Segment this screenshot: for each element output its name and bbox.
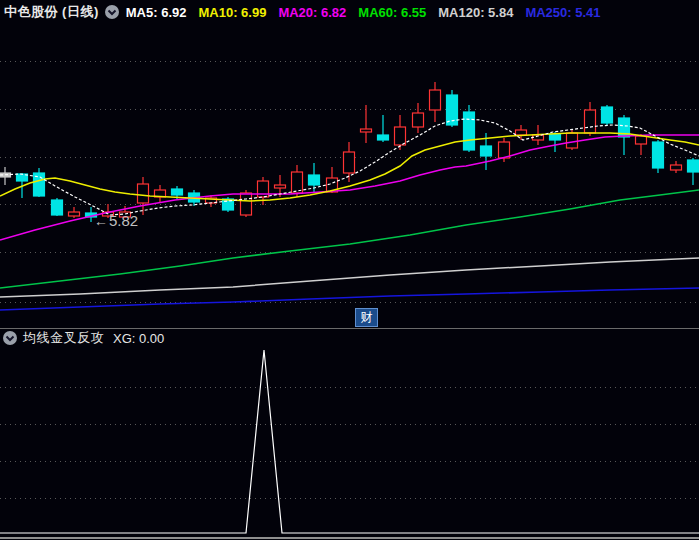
main-chart-header: 中色股份 (日线) MA5: 6.92MA10: 6.99MA20: 6.82M… [4,3,601,21]
chart-canvas[interactable] [0,0,699,540]
stock-title: 中色股份 (日线) [4,3,99,21]
candle-down [52,198,63,216]
financial-report-badge[interactable]: 财 [355,308,378,327]
candle-up [430,82,441,122]
candle-up [155,185,166,203]
candle-down [34,168,45,197]
chevron-down-circle-icon[interactable] [105,5,119,19]
candle-down [688,158,699,185]
indicator-xg-readout: XG: 0.00 [113,331,164,346]
chevron-down-circle-icon[interactable] [3,331,17,345]
candle-up [292,165,303,197]
xg-value: 0.00 [139,331,164,346]
candle-down [378,115,389,142]
ma-legend-ma5: MA5: 6.92 [126,5,187,20]
candles [0,82,699,222]
bottom-resize-bar [0,537,699,539]
ma-legend: MA5: 6.92MA10: 6.99MA20: 6.82MA60: 6.55M… [126,5,601,20]
indicator-panel-header: 均线金叉反攻 XG: 0.00 [3,330,164,346]
candle-up [671,161,682,173]
app-window: 中色股份 (日线) MA5: 6.92MA10: 6.99MA20: 6.82M… [0,0,699,540]
ma60-line [0,190,699,288]
candle-down [619,115,630,155]
indicator-title: 均线金叉反攻 [23,329,104,347]
ma-legend-ma250: MA250: 5.41 [525,5,600,20]
ma-legend-ma120: MA120: 5.84 [438,5,513,20]
candle-up [585,102,596,136]
price-annotation-value: 5.82 [109,212,138,229]
candle-up [636,134,647,155]
candle-up [413,103,424,133]
candle-doji [0,167,11,185]
candle-down [550,132,561,152]
ma-legend-ma20: MA20: 6.82 [278,5,346,20]
candle-up [69,207,80,218]
left-arrow-icon: ← [94,213,108,229]
ma-legend-ma10: MA10: 6.99 [198,5,266,20]
xg-label: XG: [113,331,135,346]
price-annotation: ←5.82 [94,212,138,229]
ma-legend-ma60: MA60: 6.55 [358,5,426,20]
candle-up [395,115,406,150]
candle-down [653,140,664,173]
candle-up [516,125,527,140]
candle-down [464,105,475,152]
panel-separator [0,328,699,329]
candle-up [361,105,372,143]
candle-down [602,105,613,125]
candle-up [344,142,355,182]
ma250-line [0,288,699,310]
indicator-spike-line [0,350,699,533]
